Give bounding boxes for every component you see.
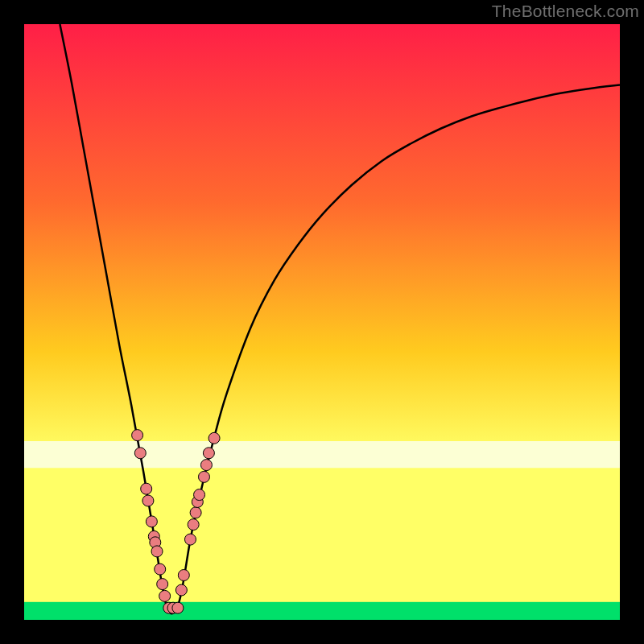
sample-point <box>200 460 212 471</box>
sample-point <box>157 579 168 590</box>
sample-point <box>159 590 171 601</box>
sample-point <box>134 448 146 459</box>
sample-point <box>146 516 157 527</box>
green-band <box>24 602 620 620</box>
sample-point <box>155 564 166 575</box>
sample-point <box>142 495 154 506</box>
sample-point <box>188 519 199 530</box>
chart-frame <box>24 24 620 620</box>
sample-point <box>175 584 187 596</box>
sample-point <box>151 546 163 557</box>
sample-point <box>194 489 205 501</box>
pale-band <box>24 441 620 468</box>
sample-point <box>190 507 201 518</box>
sample-point <box>208 432 220 444</box>
sample-point <box>172 602 184 613</box>
background-gradient <box>24 24 620 620</box>
sample-point <box>184 534 196 545</box>
chart-svg <box>24 24 620 620</box>
sample-point <box>178 570 189 581</box>
sample-point <box>198 471 209 482</box>
watermark-text: TheBottleneck.com <box>492 2 639 21</box>
sample-point <box>203 448 214 459</box>
sample-point <box>132 430 143 441</box>
sample-point <box>141 483 152 494</box>
